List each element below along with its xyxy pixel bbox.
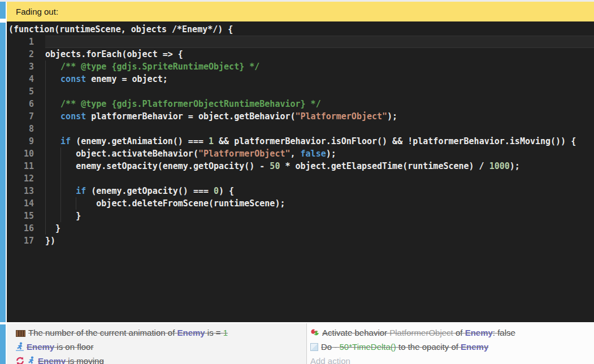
event-text: : false (493, 328, 515, 337)
code-token: && platformerBehavior.isOnFloor() && !pl… (214, 136, 576, 146)
event-text: is moving (66, 356, 104, 364)
code-token (45, 186, 76, 196)
line-content: object.deleteFromScene(runtimeScene); (45, 197, 594, 210)
code-token: "PlatformerObject" (296, 111, 388, 122)
condition-row[interactable]: The number of the current animation of E… (16, 326, 306, 340)
code-line[interactable]: 10 object.activateBehavior("PlatformerOb… (7, 148, 594, 160)
action-row[interactable]: Add action (310, 354, 594, 364)
code-line[interactable]: 12 (7, 172, 594, 185)
line-number: 5 (7, 85, 34, 98)
condition-row[interactable]: Enemy is moving (16, 354, 306, 364)
action-row[interactable]: Activate behavior PlatformerObject of En… (310, 326, 594, 340)
code-line[interactable]: 8 (7, 123, 594, 135)
line-number: 6 (7, 98, 34, 110)
line-content: if (enemy.getAnimation() === 1 && platfo… (45, 135, 594, 148)
line-content: } (45, 210, 594, 222)
row-content: Add action (310, 356, 350, 364)
conditions-column: The number of the current animation of E… (7, 323, 307, 364)
code-token: ) { (219, 186, 234, 196)
code-line[interactable]: 16 } (7, 222, 594, 235)
animation-icon (16, 330, 25, 337)
event-row-panel: The number of the current animation of E… (7, 323, 594, 364)
code-token: objects.forEach(object => { (45, 49, 183, 59)
code-token: "PlatformerObject" (198, 149, 291, 159)
line-content: /** @type {gdjs.PlatformerObjectRuntimeB… (45, 98, 594, 110)
struck-content: Enemy is on floor (16, 342, 93, 352)
line-number: 3 (7, 60, 34, 73)
condition-row[interactable]: Enemy is on floor (16, 340, 306, 354)
code-line[interactable]: 13 if (enemy.getOpacity() === 0) { (7, 185, 594, 197)
code-line[interactable]: 4 const enemy = object; (7, 73, 594, 85)
code-line[interactable]: 11 enemy.setOpacity(enemy.getOpacity() -… (7, 160, 594, 172)
code-token: platformerBehavior = object.getBehavior( (86, 111, 295, 122)
code-line[interactable]: 6 /** @type {gdjs.PlatformerObjectRuntim… (7, 98, 594, 110)
object-name: Enemy (27, 342, 54, 352)
code-token: , (291, 149, 301, 159)
code-line[interactable]: 17}) (7, 235, 594, 247)
code-line[interactable]: 7 const platformerBehavior = object.getB… (7, 110, 594, 123)
event-selection-rail (0, 23, 6, 322)
action-row[interactable]: Do - 50*TimeDelta() to the opacity of En… (310, 340, 594, 354)
code-token: 1 (209, 136, 214, 146)
line-content: objects.forEach(object => { (45, 48, 594, 60)
code-token: (enemy.getOpacity() === (86, 186, 214, 196)
line-number: 10 (7, 148, 34, 160)
line-number: 1 (7, 36, 34, 48)
invert-icon (16, 357, 24, 364)
code-token: 50 (270, 161, 280, 171)
add-action-placeholder[interactable]: Add action (310, 356, 350, 364)
opacity-icon (310, 343, 318, 351)
code-token (45, 62, 60, 72)
object-name: Enemy (177, 328, 205, 337)
code-token (45, 111, 60, 122)
struck-content: The number of the current animation of E… (16, 328, 228, 337)
struck-content: Enemy is moving (16, 356, 104, 364)
line-number: 8 (7, 123, 34, 135)
code-token: object.activateBehavior( (45, 149, 198, 159)
code-token: if (60, 136, 71, 146)
line-content (45, 85, 594, 98)
code-token: if (76, 186, 86, 196)
code-token (45, 136, 60, 146)
code-token: ); (510, 161, 520, 171)
code-token: } (45, 223, 60, 233)
code-line[interactable]: 5 (7, 85, 594, 98)
code-token: (enemy.getAnimation() === (71, 136, 209, 146)
line-number: 11 (7, 160, 34, 172)
event-text: is on floor (54, 342, 93, 352)
line-number: 14 (7, 197, 34, 210)
code-token: 1000 (489, 161, 510, 171)
js-code-editor[interactable]: (function(runtimeScene, objects /*Enemy*… (7, 21, 594, 322)
actions-column: Activate behavior PlatformerObject of En… (307, 323, 594, 364)
code-wrapper-footer: })(runtimeScene, objects /*Enemy*/); // … (8, 310, 391, 322)
code-line[interactable]: 2objects.forEach(object => { (7, 48, 594, 60)
code-wrapper-header: (function(runtimeScene, objects /*Enemy*… (8, 23, 233, 36)
value-expression: 1 (223, 328, 228, 337)
code-line[interactable]: 3 /** @type {gdjs.SpriteRuntimeObject} *… (7, 60, 594, 73)
code-line-current[interactable]: 1 (7, 36, 594, 48)
event-text: Do - (321, 342, 340, 352)
code-token: }) (45, 236, 55, 246)
event-text: Activate behavior (322, 328, 389, 337)
line-content: enemy.setOpacity(enemy.getOpacity() - 50… (45, 160, 594, 172)
platformer-icon (16, 342, 24, 351)
line-number: 17 (7, 235, 34, 247)
code-token: 0 (214, 186, 219, 196)
line-content: object.activateBehavior("PlatformerObjec… (45, 148, 594, 160)
code-line[interactable]: 9 if (enemy.getAnimation() === 1 && plat… (7, 135, 594, 148)
object-name: Enemy (461, 342, 488, 352)
event-text: is = (205, 328, 223, 337)
line-number: 9 (7, 135, 34, 148)
line-content: /** @type {gdjs.SpriteRuntimeObject} */ (45, 60, 594, 73)
event-text: to the opacity of (396, 342, 461, 352)
line-number: 13 (7, 185, 34, 197)
code-token: } (45, 211, 81, 221)
struck-content: Do - 50*TimeDelta() to the opacity of En… (310, 342, 488, 352)
code-token: enemy.setOpacity(enemy.getOpacity() - (45, 161, 270, 171)
object-name: Enemy (38, 356, 66, 364)
line-number: 12 (7, 172, 34, 185)
code-line[interactable]: 14 object.deleteFromScene(runtimeScene); (7, 197, 594, 210)
code-line[interactable]: 15 } (7, 210, 594, 222)
event-group-header[interactable]: Fading out: (7, 2, 594, 21)
code-token: /** @type {gdjs.PlatformerObjectRuntimeB… (60, 99, 321, 109)
